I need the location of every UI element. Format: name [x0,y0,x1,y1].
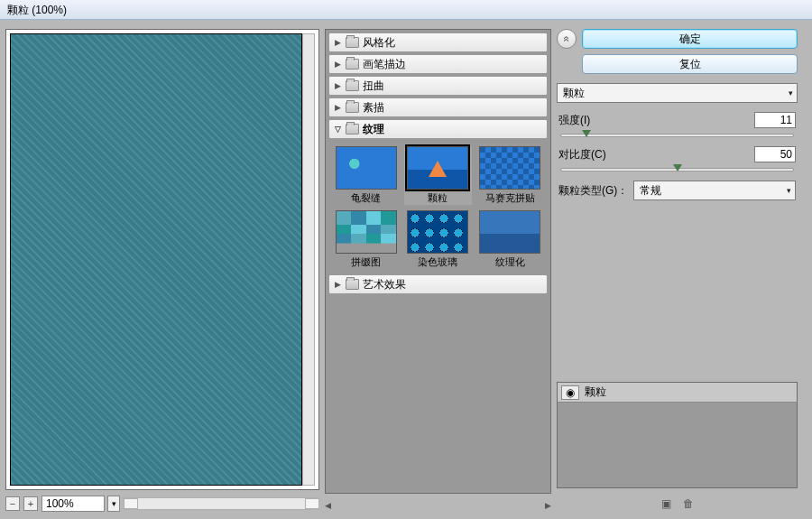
gallery-bottombar: ▶ ▶ [325,497,551,514]
disclosure-right-icon: ▶ [333,60,342,69]
new-effect-layer-button[interactable]: ▣ [660,497,673,510]
preview-box [5,29,319,490]
ok-button-label: 确定 [679,32,701,47]
preview-column: − + ▾ [5,29,319,514]
contrast-slider[interactable] [560,168,794,171]
contrast-input[interactable] [754,146,796,162]
zoom-out-button[interactable]: − [5,496,20,511]
effect-layers-panel: ◉ 颗粒 [557,382,798,488]
thumb-label: 马赛克拼贴 [485,191,535,205]
category-distort[interactable]: ▶ 扭曲 [328,76,548,96]
spacer [557,206,798,376]
scroll-left-icon[interactable]: ▶ [325,501,331,510]
disclosure-right-icon: ▶ [333,38,342,47]
param-contrast: 对比度(C) [557,146,798,171]
collapse-icon: « [560,36,573,42]
category-label: 扭曲 [363,79,384,94]
thumb-image [336,210,397,254]
thumb-image [479,210,540,254]
grain-type-label: 颗粒类型(G)： [558,183,628,199]
filter-gallery-panel: ▶ 风格化 ▶ 画笔描边 ▶ 扭曲 ▶ 素描 ▽ 纹理 [325,29,551,494]
thumb-grain[interactable]: 颗粒 [404,146,473,205]
category-label: 纹理 [363,122,384,137]
thumb-label: 颗粒 [428,191,448,205]
thumb-label: 染色玻璃 [418,255,457,269]
preview-horizontal-scrollbar[interactable] [124,497,319,510]
category-sketch[interactable]: ▶ 素描 [328,97,548,117]
folder-icon [346,279,359,290]
effect-layer-name: 颗粒 [585,385,606,400]
category-brush-strokes[interactable]: ▶ 画笔描边 [328,54,548,74]
dropdown-arrow-icon: ▾ [789,88,793,97]
folder-icon [346,37,359,48]
intensity-input[interactable] [754,112,796,128]
texture-thumbnails: 龟裂缝 颗粒 马赛克拼贴 拼缀图 染色玻璃 [328,141,548,274]
thumb-label: 龟裂缝 [351,191,381,205]
gallery-column: ▶ 风格化 ▶ 画笔描边 ▶ 扭曲 ▶ 素描 ▽ 纹理 [325,29,551,514]
folder-icon [346,102,359,113]
zoom-field[interactable] [42,496,105,512]
thumb-image [407,146,468,190]
thumb-image [479,146,540,190]
category-label: 画笔描边 [363,57,406,72]
slider-thumb-icon[interactable] [582,130,591,142]
scroll-right-icon[interactable]: ▶ [545,501,551,510]
thumb-stained-glass[interactable]: 染色玻璃 [404,210,473,269]
category-texture[interactable]: ▽ 纹理 [328,119,548,139]
category-artistic[interactable]: ▶ 艺术效果 [328,274,548,294]
contrast-label: 对比度(C) [558,147,606,162]
disclosure-down-icon: ▽ [333,125,342,134]
folder-icon [346,80,359,91]
window-title: 颗粒 (100%) [7,4,67,16]
zoom-controls: − + ▾ [5,494,319,514]
reset-button-label: 复位 [679,57,701,72]
parameters-panel: 颗粒 ▾ 强度(I) 对比度(C) [557,79,798,200]
eye-icon: ◉ [566,386,575,399]
zoom-in-button[interactable]: + [23,496,38,511]
folder-icon [346,124,359,134]
thumb-image [407,210,468,254]
preview-vertical-scrollbar[interactable] [302,33,315,486]
disclosure-right-icon: ▶ [333,280,342,289]
disclosure-right-icon: ▶ [333,103,342,112]
ok-button[interactable]: 确定 [582,29,798,49]
disclosure-right-icon: ▶ [333,81,342,90]
slider-thumb-icon[interactable] [673,164,682,176]
controls-column: « 确定 复位 颗粒 ▾ 强度(I) [557,29,798,514]
thumb-craquelure[interactable]: 龟裂缝 [332,146,401,205]
layers-footer: ▣ 🗑 [557,494,798,514]
thumb-image [336,146,397,190]
thumb-label: 拼缀图 [351,255,381,269]
thumb-patchwork[interactable]: 拼缀图 [332,210,401,269]
filter-name-select[interactable]: 颗粒 ▾ [557,83,798,103]
category-stylize[interactable]: ▶ 风格化 [328,32,548,52]
category-label: 艺术效果 [363,277,406,292]
category-label: 素描 [363,100,384,116]
action-button-row: « 确定 复位 [557,29,798,74]
reset-button[interactable]: 复位 [582,54,798,74]
zoom-dropdown-button[interactable]: ▾ [107,496,120,512]
workarea: − + ▾ ▶ 风格化 ▶ 画笔描边 ▶ 扭曲 [0,20,812,519]
param-grain-type: 颗粒类型(G)： 常规 ▾ [557,181,798,200]
preview-canvas[interactable] [10,33,302,486]
folder-icon [346,59,359,70]
intensity-slider[interactable] [560,134,794,137]
visibility-toggle[interactable]: ◉ [561,385,579,400]
dropdown-arrow-icon: ▾ [787,186,791,195]
grain-type-value: 常规 [640,183,661,199]
param-intensity: 强度(I) [557,112,798,137]
delete-effect-layer-button[interactable]: 🗑 [682,497,695,510]
gallery-empty-area [328,296,548,490]
layers-empty-area [558,403,797,487]
window-titlebar: 颗粒 (100%) [0,0,812,20]
effect-layer-row[interactable]: ◉ 颗粒 [558,383,797,403]
grain-type-select[interactable]: 常规 ▾ [633,181,796,200]
collapse-toggle-button[interactable]: « [557,29,577,49]
thumb-texturizer[interactable]: 纹理化 [475,210,544,269]
thumb-mosaic-tiles[interactable]: 马赛克拼贴 [475,146,544,205]
intensity-label: 强度(I) [558,113,590,128]
thumb-label: 纹理化 [495,255,525,269]
category-label: 风格化 [363,35,395,51]
filter-name-value: 颗粒 [563,86,585,101]
